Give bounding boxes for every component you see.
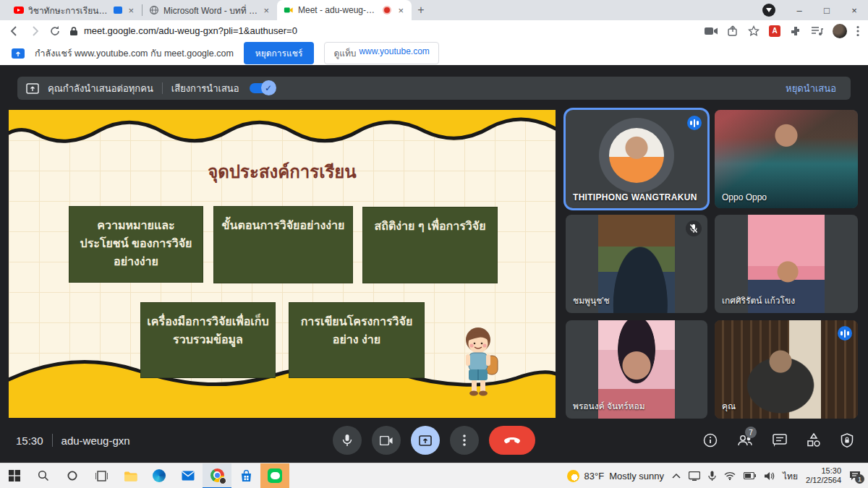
maximize-button[interactable]: □ <box>813 0 841 20</box>
participant-name: ชมพูนุช'ช <box>573 294 610 307</box>
view-shared-tab-button[interactable]: ดูแท็บ www.youtube.com <box>324 42 438 64</box>
participant-tile-thitiphong[interactable]: THITIPHONG WANGTRAKUN <box>566 110 707 208</box>
participant-name: คุณ <box>722 399 736 413</box>
tab-youtube[interactable]: วิชาทักษะการเรียนรู้ ม.ต้น เรื่องกา × <box>7 0 142 20</box>
participant-tile-chompunuch[interactable]: ชมพูนุช'ช <box>566 215 707 313</box>
host-controls-button[interactable] <box>841 433 854 448</box>
cast-icon[interactable] <box>689 471 700 481</box>
cortana-button[interactable] <box>58 463 87 488</box>
cortana-icon <box>67 470 78 481</box>
camera-icon <box>380 436 393 445</box>
file-explorer-button[interactable] <box>116 463 145 488</box>
edge-button[interactable] <box>145 463 174 488</box>
slide-topic-box: ความหมายและประโยชน์ ของการวิจัยอย่างง่าย <box>69 206 203 283</box>
stop-presenting-button[interactable]: หยุดนำเสนอ <box>780 78 842 99</box>
meet-main-area: คุณกำลังนำเสนอต่อทุกคน เสียงการนำเสนอ ✓ … <box>0 65 868 463</box>
taskbar-search-button[interactable] <box>29 463 58 488</box>
more-options-button[interactable] <box>450 426 479 455</box>
taskbar-clock[interactable]: 15:30 2/12/2564 <box>806 466 841 485</box>
present-button-active[interactable] <box>411 426 440 455</box>
wifi-icon[interactable] <box>724 471 736 480</box>
profile-avatar[interactable] <box>833 24 847 38</box>
reload-icon[interactable] <box>49 25 61 37</box>
lock-icon <box>69 26 78 36</box>
toolbar-actions: A <box>705 24 859 38</box>
participant-tile-ketsirirat[interactable]: เกศศิริรัตน์ แก้วโขง <box>715 215 858 313</box>
tab-sharing-bar: กำลังแชร์ www.youtube.com กับ meet.googl… <box>0 41 868 65</box>
stop-sharing-button[interactable]: หยุดการแชร์ <box>244 42 315 64</box>
volume-icon[interactable] <box>764 471 775 481</box>
bookmark-star-icon[interactable] <box>748 25 760 37</box>
forward-icon[interactable] <box>29 25 41 37</box>
leave-call-button[interactable] <box>489 426 535 455</box>
camera-button[interactable] <box>372 426 401 455</box>
url-text: meet.google.com/adu-weug-gxn?pli=1&authu… <box>84 25 297 36</box>
activities-button[interactable] <box>807 433 821 448</box>
language-indicator[interactable]: ไทย <box>783 469 798 483</box>
meet-icon <box>284 5 294 15</box>
tab-recording-icon <box>384 7 390 13</box>
meeting-info: 15:30 adu-weug-gxn <box>16 434 130 447</box>
task-view-button[interactable] <box>87 463 116 488</box>
edge-icon <box>153 469 166 482</box>
slide-title: จุดประสงค์การเรียน <box>9 158 556 186</box>
chrome-button-active[interactable] <box>203 463 231 488</box>
pdf-extension-icon[interactable]: A <box>769 25 780 37</box>
hangup-phone-icon <box>504 437 520 444</box>
microsoft-store-button[interactable] <box>231 463 260 488</box>
tab-meet-active[interactable]: Meet - adu-weug-gxn × <box>277 0 412 20</box>
slide-topic-box: ขั้นตอนการวิจัยอย่างง่าย <box>213 206 353 283</box>
shared-presentation-slide: จุดประสงค์การเรียน ความหมายและประโยชน์ ข… <box>9 110 556 418</box>
weather-condition: Mostly sunny <box>609 471 664 481</box>
close-window-button[interactable]: × <box>841 0 868 20</box>
action-center-button[interactable]: 1 <box>849 471 861 481</box>
browser-toolbar: meet.google.com/adu-weug-gxn?pli=1&authu… <box>0 20 868 41</box>
participant-name: เกศศิริรัตน์ แก้วโขง <box>722 294 795 307</box>
start-button[interactable] <box>0 463 29 488</box>
desktop-screen: วิชาทักษะการเรียนรู้ ม.ต้น เรื่องกา × Mi… <box>0 0 868 488</box>
address-bar[interactable]: meet.google.com/adu-weug-gxn?pli=1&authu… <box>69 25 696 36</box>
presentation-audio-label: เสียงการนำเสนอ <box>171 81 239 96</box>
participant-tile-pornanong[interactable]: พรอนงค์ จันทร์หอม <box>566 320 707 419</box>
back-icon[interactable] <box>9 25 20 37</box>
store-icon <box>240 470 252 482</box>
mail-button[interactable] <box>174 463 203 488</box>
presentation-audio-toggle[interactable]: ✓ <box>250 83 274 93</box>
camera-indicator-icon[interactable] <box>705 26 718 36</box>
presenting-text: คุณกำลังนำเสนอต่อทุกคน <box>48 81 153 96</box>
line-app-button[interactable] <box>260 463 289 488</box>
chat-button[interactable] <box>773 434 787 448</box>
weather-widget[interactable]: 83°F Mostly sunny <box>567 470 664 482</box>
media-queue-icon[interactable] <box>811 26 823 36</box>
mail-icon <box>182 471 195 481</box>
chat-icon <box>773 434 787 448</box>
meeting-details-button[interactable] <box>703 433 718 448</box>
browser-profile-icon[interactable] <box>762 4 775 17</box>
new-tab-button[interactable]: + <box>412 1 430 19</box>
tab-word[interactable]: Microsoft Word - บทที่ 5.1 × <box>142 0 277 20</box>
battery-icon[interactable] <box>744 472 756 479</box>
screen-share-icon <box>12 48 25 59</box>
tray-expand-icon[interactable] <box>672 473 681 479</box>
tray-mic-icon[interactable] <box>708 471 716 481</box>
meeting-time: 15:30 <box>16 435 43 447</box>
mic-button[interactable] <box>333 426 362 455</box>
participant-tile-you[interactable]: คุณ <box>715 320 858 419</box>
clock-time: 15:30 <box>806 466 841 476</box>
notification-count-badge: 1 <box>855 474 864 484</box>
participants-button[interactable]: 7 <box>737 435 753 446</box>
view-tab-url: www.youtube.com <box>359 46 429 60</box>
tab-close-icon[interactable]: × <box>396 5 405 16</box>
tab-title: Microsoft Word - บทที่ 5.1 <box>163 4 258 17</box>
participant-name: Oppo Oppo <box>722 192 767 202</box>
tab-close-icon[interactable]: × <box>127 5 135 16</box>
minimize-button[interactable]: – <box>786 0 813 20</box>
youtube-icon <box>14 7 24 14</box>
participant-tile-oppo[interactable]: Oppo Oppo <box>715 110 858 208</box>
chrome-profile-badge <box>219 477 226 484</box>
tab-close-icon[interactable]: × <box>262 5 271 16</box>
meet-control-bar: 15:30 adu-weug-gxn 7 <box>0 418 868 463</box>
extensions-puzzle-icon[interactable] <box>790 25 801 37</box>
share-page-icon[interactable] <box>727 25 739 37</box>
browser-menu-icon[interactable] <box>856 25 859 37</box>
